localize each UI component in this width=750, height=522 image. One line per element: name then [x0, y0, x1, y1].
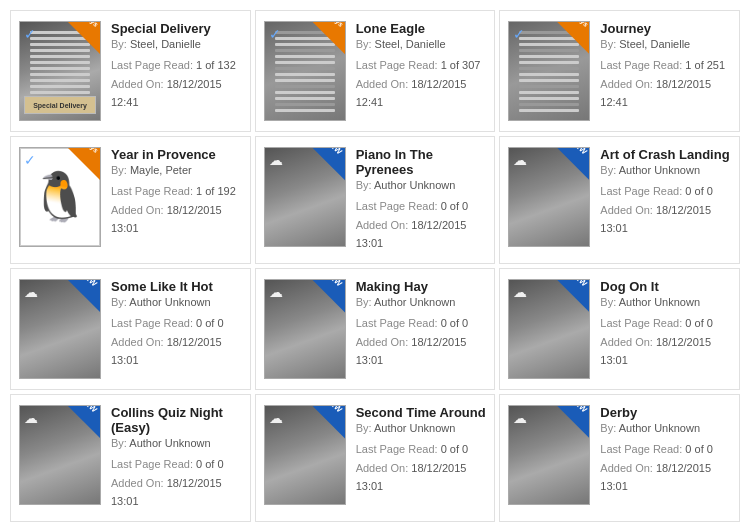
book-title[interactable]: Piano In The Pyrenees	[356, 147, 487, 177]
book-item[interactable]: ☁NEWArt of Crash LandingBy: Author Unkno…	[499, 136, 740, 264]
book-info: Special DeliveryBy: Steel, DanielleLast …	[111, 21, 242, 112]
book-title[interactable]: Some Like It Hot	[111, 279, 242, 294]
book-info: Lone EagleBy: Steel, DanielleLast Page R…	[356, 21, 487, 112]
badge-text: NEW	[324, 405, 344, 415]
last-page-read: Last Page Read: 0 of 0	[600, 440, 731, 459]
cloud-icon: ☁	[24, 410, 38, 426]
book-meta: Last Page Read: 0 of 0Added On: 18/12/20…	[356, 197, 487, 253]
book-title[interactable]: Derby	[600, 405, 731, 420]
badge-text: 6 days	[79, 147, 100, 155]
book-info: DerbyBy: Author UnknownLast Page Read: 0…	[600, 405, 731, 496]
book-title[interactable]: Special Delivery	[111, 21, 242, 36]
book-info: Making HayBy: Author UnknownLast Page Re…	[356, 279, 487, 370]
book-info: Dog On ItBy: Author UnknownLast Page Rea…	[600, 279, 731, 370]
book-author: By: Author Unknown	[600, 422, 731, 434]
check-icon: ✓	[24, 26, 36, 42]
added-on: Added On: 18/12/2015 13:01	[111, 474, 242, 511]
book-title[interactable]: Year in Provence	[111, 147, 242, 162]
book-item[interactable]: ☁NEWDerbyBy: Author UnknownLast Page Rea…	[499, 394, 740, 522]
book-title[interactable]: Art of Crash Landing	[600, 147, 731, 162]
cloud-icon: ☁	[513, 284, 527, 300]
book-author: By: Author Unknown	[356, 179, 487, 191]
badge-text: NEW	[79, 279, 99, 289]
added-on: Added On: 18/12/2015 13:01	[600, 201, 731, 238]
badge-text: 4 days	[79, 21, 100, 29]
added-on: Added On: 18/12/2015 12:41	[111, 75, 242, 112]
last-page-read: Last Page Read: 0 of 0	[600, 314, 731, 333]
book-title[interactable]: Dog On It	[600, 279, 731, 294]
book-item[interactable]: ☁NEWSecond Time AroundBy: Author Unknown…	[255, 394, 496, 522]
book-title[interactable]: Lone Eagle	[356, 21, 487, 36]
badge: 7 days	[555, 21, 590, 56]
book-author: By: Author Unknown	[600, 296, 731, 308]
book-author: By: Mayle, Peter	[111, 164, 242, 176]
last-page-read: Last Page Read: 1 of 251	[600, 56, 731, 75]
book-item[interactable]: 🐧✓6 daysYear in ProvenceBy: Mayle, Peter…	[10, 136, 251, 264]
book-meta: Last Page Read: 0 of 0Added On: 18/12/20…	[600, 314, 731, 370]
book-author: By: Author Unknown	[356, 422, 487, 434]
book-meta: Last Page Read: 0 of 0Added On: 18/12/20…	[600, 182, 731, 238]
book-item[interactable]: ☁NEWSome Like It HotBy: Author UnknownLa…	[10, 268, 251, 390]
book-meta: Last Page Read: 0 of 0Added On: 18/12/20…	[111, 455, 242, 511]
book-item[interactable]: ☁NEWPiano In The PyreneesBy: Author Unkn…	[255, 136, 496, 264]
book-author: By: Steel, Danielle	[111, 38, 242, 50]
book-meta: Last Page Read: 1 of 132Added On: 18/12/…	[111, 56, 242, 112]
last-page-read: Last Page Read: 1 of 132	[111, 56, 242, 75]
added-on: Added On: 18/12/2015 13:01	[111, 201, 242, 238]
last-page-read: Last Page Read: 0 of 0	[111, 314, 242, 333]
cloud-icon: ☁	[269, 410, 283, 426]
book-grid: Special Delivery✓4 daysSpecial DeliveryB…	[0, 0, 750, 522]
book-meta: Last Page Read: 0 of 0Added On: 18/12/20…	[356, 314, 487, 370]
cloud-icon: ☁	[24, 284, 38, 300]
book-meta: Last Page Read: 1 of 192Added On: 18/12/…	[111, 182, 242, 238]
book-info: Second Time AroundBy: Author UnknownLast…	[356, 405, 487, 496]
badge: NEW	[311, 279, 346, 314]
added-on: Added On: 18/12/2015 12:41	[356, 75, 487, 112]
badge: NEW	[555, 405, 590, 440]
book-title[interactable]: Making Hay	[356, 279, 487, 294]
added-on: Added On: 18/12/2015 13:01	[111, 333, 242, 370]
last-page-read: Last Page Read: 0 of 0	[111, 455, 242, 474]
badge: 6 days	[66, 147, 101, 182]
badge: NEW	[555, 147, 590, 182]
book-item[interactable]: ☁NEWCollins Quiz Night (Easy)By: Author …	[10, 394, 251, 522]
book-title[interactable]: Collins Quiz Night (Easy)	[111, 405, 242, 435]
book-item[interactable]: Special Delivery✓4 daysSpecial DeliveryB…	[10, 10, 251, 132]
last-page-read: Last Page Read: 0 of 0	[600, 182, 731, 201]
book-item[interactable]: ✓8 daysLone EagleBy: Steel, DanielleLast…	[255, 10, 496, 132]
added-on: Added On: 18/12/2015 13:01	[356, 333, 487, 370]
badge: NEW	[311, 405, 346, 440]
badge: NEW	[66, 405, 101, 440]
book-info: Art of Crash LandingBy: Author UnknownLa…	[600, 147, 731, 238]
badge-text: NEW	[324, 147, 344, 157]
book-info: JourneyBy: Steel, DanielleLast Page Read…	[600, 21, 731, 112]
added-on: Added On: 18/12/2015 13:01	[356, 459, 487, 496]
book-item[interactable]: ☁NEWMaking HayBy: Author UnknownLast Pag…	[255, 268, 496, 390]
badge: 4 days	[66, 21, 101, 56]
book-meta: Last Page Read: 0 of 0Added On: 18/12/20…	[356, 440, 487, 496]
badge: NEW	[555, 279, 590, 314]
badge: NEW	[311, 147, 346, 182]
badge-text: NEW	[79, 405, 99, 415]
book-meta: Last Page Read: 1 of 251Added On: 18/12/…	[600, 56, 731, 112]
book-title[interactable]: Journey	[600, 21, 731, 36]
cloud-icon: ☁	[513, 152, 527, 168]
book-info: Piano In The PyreneesBy: Author UnknownL…	[356, 147, 487, 253]
badge-text: NEW	[568, 147, 588, 157]
badge: 8 days	[311, 21, 346, 56]
last-page-read: Last Page Read: 1 of 307	[356, 56, 487, 75]
check-icon: ✓	[24, 152, 36, 168]
added-on: Added On: 18/12/2015 13:01	[356, 216, 487, 253]
added-on: Added On: 18/12/2015 13:01	[600, 459, 731, 496]
cloud-icon: ☁	[269, 284, 283, 300]
book-item[interactable]: ☁NEWDog On ItBy: Author UnknownLast Page…	[499, 268, 740, 390]
book-author: By: Author Unknown	[356, 296, 487, 308]
book-title[interactable]: Second Time Around	[356, 405, 487, 420]
book-meta: Last Page Read: 0 of 0Added On: 18/12/20…	[600, 440, 731, 496]
book-meta: Last Page Read: 1 of 307Added On: 18/12/…	[356, 56, 487, 112]
added-on: Added On: 18/12/2015 12:41	[600, 75, 731, 112]
badge-text: 8 days	[323, 21, 344, 29]
book-item[interactable]: ✓7 daysJourneyBy: Steel, DanielleLast Pa…	[499, 10, 740, 132]
badge-text: 7 days	[568, 21, 589, 29]
badge-text: NEW	[568, 405, 588, 415]
